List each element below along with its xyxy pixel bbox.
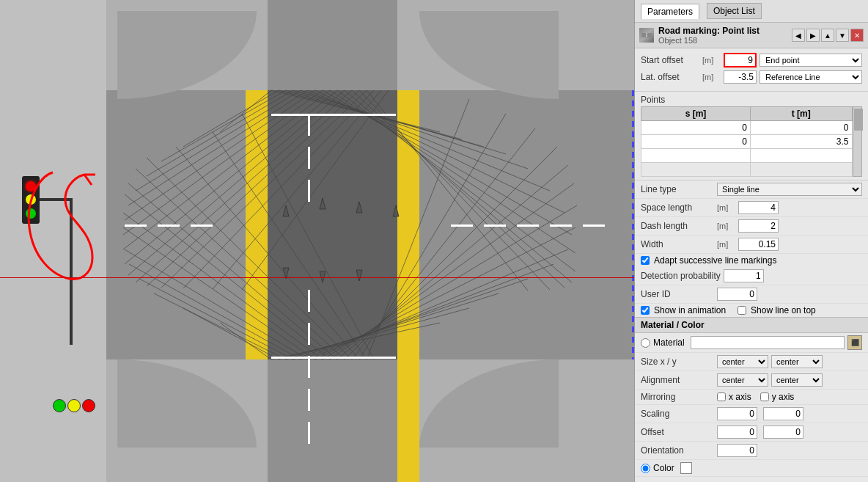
cell-t-4[interactable] — [751, 163, 852, 177]
lane-dash-v2 — [308, 147, 310, 169]
traffic-light-pole — [70, 198, 73, 345]
mat-offset-row: Offset — [635, 423, 868, 442]
lane-dash-5 — [484, 224, 506, 227]
cell-s-3[interactable] — [641, 149, 751, 163]
start-offset-input[interactable] — [724, 53, 757, 67]
offset-label: Offset — [641, 427, 714, 437]
size-select-2[interactable]: center — [771, 355, 823, 368]
red-reference-line — [0, 277, 634, 278]
space-length-input[interactable] — [738, 201, 779, 214]
alignment-label: Alignment — [641, 375, 714, 385]
user-id-label: User ID — [641, 289, 714, 299]
lane-dash-7 — [550, 224, 572, 227]
scaling-input-1[interactable] — [717, 407, 757, 420]
offset-input-1[interactable] — [717, 426, 757, 439]
action-down[interactable]: ▼ — [836, 29, 849, 42]
texture-button[interactable]: ⬛ — [847, 335, 862, 350]
adapt-successive-checkbox[interactable] — [641, 256, 650, 265]
traffic-light-yellow — [26, 194, 36, 205]
material-input[interactable] — [691, 336, 845, 349]
cell-t-1[interactable]: 0 — [751, 121, 852, 135]
adapt-successive-label: Adapt successive line markings — [654, 255, 776, 266]
action-forward[interactable]: ▶ — [806, 29, 820, 42]
mirror-y-checkbox[interactable] — [760, 392, 769, 401]
detection-prob-row: Detection probability — [635, 267, 868, 285]
material-radio-label[interactable]: Material — [641, 337, 685, 348]
cell-t-2[interactable]: 3.5 — [751, 135, 852, 149]
offset-section: Start offset [m] End point Start point L… — [635, 48, 868, 92]
lane-dash-v3 — [308, 180, 310, 202]
lane-dash-2 — [158, 224, 180, 227]
action-up[interactable]: ▲ — [821, 29, 834, 42]
alignment-select-1[interactable]: center — [717, 373, 768, 387]
scaling-label: Scaling — [641, 409, 714, 419]
points-header: Points — [641, 95, 862, 105]
size-select-1[interactable]: center — [717, 355, 768, 368]
mirror-x-checkbox[interactable] — [717, 392, 726, 401]
lane-mark-2 — [271, 357, 396, 359]
dash-length-input[interactable] — [738, 219, 779, 233]
orientation-label: Orientation — [641, 445, 714, 456]
cell-t-3[interactable] — [751, 149, 852, 163]
line-type-select[interactable]: Single line Double line Dashed line — [717, 183, 862, 196]
detection-prob-input[interactable] — [724, 269, 764, 282]
lat-offset-dropdown[interactable]: Reference Line Left edge Right edge — [760, 70, 862, 84]
start-offset-unit: [m] — [702, 56, 721, 65]
object-actions: ◀ ▶ ▲ ▼ ✕ — [792, 29, 864, 42]
material-radio[interactable] — [641, 338, 650, 348]
start-offset-label: Start offset — [641, 55, 699, 65]
tab-object-list[interactable]: Object List — [707, 3, 762, 19]
right-panel: Parameters Object List Road marking: Poi… — [634, 0, 868, 482]
width-row: Width [m] — [635, 235, 868, 254]
object-subtitle: Object 158 — [658, 36, 787, 45]
width-input[interactable] — [738, 238, 779, 251]
offset-input-2[interactable] — [763, 426, 803, 439]
table-row: 0 0 — [641, 121, 853, 135]
lane-dash-3 — [191, 224, 213, 227]
start-offset-row: Start offset [m] End point Start point — [641, 53, 862, 67]
cell-s-2[interactable]: 0 — [641, 135, 751, 149]
lane-dash-8 — [583, 224, 605, 227]
lane-dash-6 — [517, 224, 539, 227]
action-back[interactable]: ◀ — [792, 29, 805, 42]
cell-s-1[interactable]: 0 — [641, 121, 751, 135]
object-header: Road marking: Point list Object 158 ◀ ▶ … — [635, 23, 868, 48]
col-s-header: s [m] — [641, 107, 751, 121]
color-radio[interactable] — [641, 464, 650, 473]
orientation-input[interactable] — [717, 444, 757, 457]
object-icon — [639, 28, 654, 43]
size-label: Size x / y — [641, 357, 714, 367]
lane-dash-v6 — [308, 356, 310, 378]
show-animation-checkbox[interactable] — [641, 306, 650, 315]
color-radio-label[interactable]: Color — [641, 463, 674, 473]
scaling-input-2[interactable] — [763, 407, 803, 420]
color-row: Color — [635, 460, 868, 477]
width-unit: [m] — [717, 240, 735, 249]
table-row — [641, 149, 853, 163]
points-table-container: s [m] t [m] 0 0 0 3.5 — [641, 106, 862, 177]
table-row — [641, 163, 853, 177]
dash-length-unit: [m] — [717, 222, 735, 230]
alignment-select-2[interactable]: center — [771, 373, 823, 387]
line-type-label: Line type — [641, 184, 714, 194]
points-scrollbar[interactable] — [853, 106, 862, 177]
user-id-input[interactable] — [717, 288, 757, 301]
road-icon — [640, 29, 653, 42]
size-row: Size x / y center center — [635, 353, 868, 371]
space-length-row: Space length [m] — [635, 199, 868, 217]
action-delete[interactable]: ✕ — [850, 29, 864, 42]
cell-s-4[interactable] — [641, 163, 751, 177]
color-swatch[interactable] — [680, 462, 692, 474]
panel-header: Parameters Object List — [635, 0, 868, 23]
lane-dash-v8 — [308, 422, 310, 444]
tab-parameters[interactable]: Parameters — [641, 4, 699, 19]
show-line-top-checkbox[interactable] — [738, 306, 746, 315]
traffic-light-red — [26, 181, 36, 191]
lat-offset-label: Lat. offset — [641, 72, 699, 82]
points-table: s [m] t [m] 0 0 0 3.5 — [641, 106, 853, 177]
start-offset-dropdown[interactable]: End point Start point — [760, 54, 862, 67]
lane-dash-v1 — [308, 114, 310, 136]
show-line-top-label: Show line on top — [751, 305, 816, 315]
lane-dash-v7 — [308, 389, 310, 411]
lat-offset-input[interactable] — [724, 70, 757, 84]
